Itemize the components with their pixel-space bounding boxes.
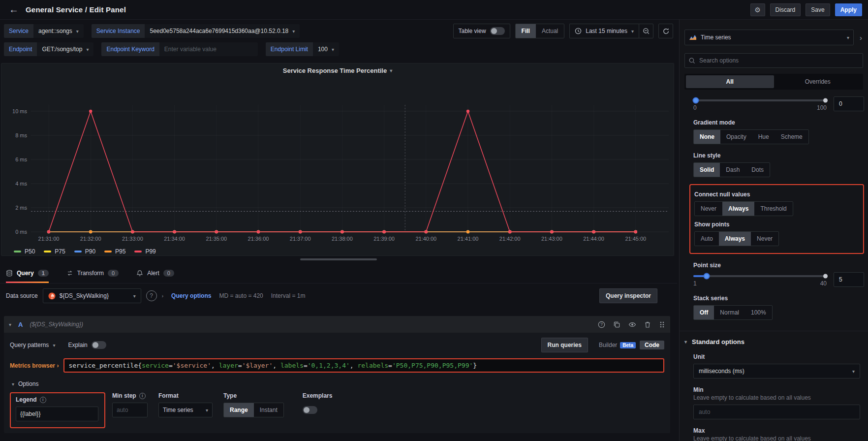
point-size-value[interactable]: 5 bbox=[834, 272, 864, 287]
transform-icon bbox=[66, 270, 73, 277]
show-points-never[interactable]: Never bbox=[751, 232, 778, 246]
expression-token: '0,1,2,3,4' bbox=[308, 362, 350, 369]
service-dropdown[interactable]: agent::songs▾ bbox=[33, 24, 84, 38]
promql-expression-input[interactable]: service_percentile{service='$service', l… bbox=[63, 358, 664, 373]
gradient-mode-opacity[interactable]: Opacity bbox=[720, 130, 752, 144]
line-style-solid[interactable]: Solid bbox=[694, 163, 720, 177]
builder-option[interactable]: Builder Beta bbox=[595, 342, 640, 348]
datasource-picker[interactable]: ${DS_SkyWalking} ▾ bbox=[43, 288, 141, 303]
gradient-mode-label: Gradient mode bbox=[693, 119, 864, 126]
code-option[interactable]: Code bbox=[640, 341, 664, 349]
fill-actual-actual[interactable]: Actual bbox=[536, 24, 564, 38]
chevron-down-icon: ▾ bbox=[684, 339, 687, 345]
query-row-a-body: Query patterns▾ Explain Run queries Buil… bbox=[4, 333, 670, 433]
svg-text:21:35:00: 21:35:00 bbox=[206, 236, 227, 242]
legend-input[interactable] bbox=[16, 407, 98, 421]
endpoint-keyword-input[interactable] bbox=[159, 42, 258, 56]
search-options-input[interactable]: Search options bbox=[684, 53, 863, 68]
run-queries-button[interactable]: Run queries bbox=[541, 338, 588, 352]
visualization-picker[interactable]: Time series ▾ bbox=[684, 30, 854, 45]
svg-text:21:36:00: 21:36:00 bbox=[248, 236, 269, 242]
connect-null-always[interactable]: Always bbox=[722, 202, 754, 216]
panel-settings-button[interactable]: ⚙ bbox=[750, 3, 765, 16]
line-style-dash[interactable]: Dash bbox=[720, 163, 745, 177]
timeseries-chart[interactable]: 0 ms2 ms4 ms6 ms8 ms10 ms21:31:0021:32:0… bbox=[1, 77, 675, 245]
legend-label: P99 bbox=[145, 248, 155, 255]
gradient-mode-none[interactable]: None bbox=[694, 130, 720, 144]
back-arrow-icon[interactable]: ← bbox=[9, 4, 19, 15]
point-size-slider[interactable]: 140 bbox=[693, 272, 827, 287]
legend-label: P50 bbox=[25, 248, 35, 255]
line-style-group: SolidDashDots bbox=[693, 162, 770, 177]
trash-icon[interactable] bbox=[644, 321, 651, 328]
line-style-dots[interactable]: Dots bbox=[745, 163, 770, 177]
min-step-input[interactable] bbox=[112, 403, 148, 417]
legend-item-p95[interactable]: P95 bbox=[104, 248, 125, 255]
endpoint-limit-dropdown[interactable]: 100▾ bbox=[313, 42, 339, 56]
duplicate-icon[interactable] bbox=[613, 321, 620, 328]
show-points-auto[interactable]: Auto bbox=[695, 232, 719, 246]
discard-button[interactable]: Discard bbox=[770, 3, 801, 16]
query-type-instant[interactable]: Instant bbox=[254, 403, 283, 417]
exemplars-toggle[interactable] bbox=[303, 406, 317, 414]
stack-series-off[interactable]: Off bbox=[694, 306, 714, 319]
panel-resize-handle[interactable] bbox=[300, 258, 377, 260]
apply-button[interactable]: Apply bbox=[835, 3, 862, 16]
stack-series-normal[interactable]: Normal bbox=[714, 306, 745, 319]
options-section-toggle[interactable]: ▾ Options bbox=[12, 380, 664, 387]
query-type-range[interactable]: Range bbox=[224, 403, 254, 417]
tab-transform[interactable]: Transform 0 bbox=[66, 263, 119, 283]
tab-overrides[interactable]: Overrides bbox=[774, 75, 862, 88]
gradient-mode-hue[interactable]: Hue bbox=[752, 130, 775, 144]
help-icon[interactable]: ? bbox=[598, 321, 605, 328]
legend-item-p50[interactable]: P50 bbox=[14, 248, 35, 255]
metrics-browser-link[interactable]: Metrics browser › bbox=[10, 362, 59, 369]
expression-token: = bbox=[304, 362, 308, 369]
legend-item-p99[interactable]: P99 bbox=[134, 248, 155, 255]
beta-badge: Beta bbox=[620, 342, 636, 348]
slider-handle[interactable] bbox=[704, 273, 710, 280]
show-points-always[interactable]: Always bbox=[719, 232, 751, 246]
query-inspector-button[interactable]: Query inspector bbox=[599, 288, 657, 303]
table-view-toggle[interactable] bbox=[490, 27, 505, 35]
collapse-chevron-icon[interactable]: ▾ bbox=[9, 322, 11, 327]
main-edit-area: Service agent::songs▾ Service Instance 5… bbox=[0, 20, 677, 441]
slider-handle[interactable] bbox=[693, 97, 699, 104]
min-input[interactable] bbox=[693, 405, 860, 419]
drag-handle-icon[interactable] bbox=[659, 321, 665, 328]
gradient-mode-group: NoneOpacityHueScheme bbox=[693, 129, 809, 144]
unit-select[interactable]: milliseconds (ms)▾ bbox=[693, 364, 860, 378]
format-select[interactable]: Time series▾ bbox=[158, 403, 213, 417]
legend-highlight-box: Legendi bbox=[10, 392, 105, 428]
standard-options-section-toggle[interactable]: ▾ Standard options bbox=[680, 331, 868, 346]
gradient-mode-scheme[interactable]: Scheme bbox=[775, 130, 808, 144]
tab-all[interactable]: All bbox=[686, 75, 774, 88]
chevron-right-icon[interactable]: › bbox=[162, 293, 163, 299]
datasource-help-icon[interactable]: ? bbox=[146, 290, 157, 301]
query-row-a-header[interactable]: ▾ A (${DS_SkyWalking}) ? bbox=[4, 316, 670, 333]
connect-null-never[interactable]: Never bbox=[695, 202, 722, 216]
service-instance-dropdown[interactable]: 5eed0e5758a244aca6e7699415d360aa@10.52.0… bbox=[145, 24, 300, 38]
legend-item-p75[interactable]: P75 bbox=[44, 248, 65, 255]
endpoint-dropdown[interactable]: GET:/songs/top▾ bbox=[37, 42, 93, 56]
save-button[interactable]: Save bbox=[806, 3, 830, 16]
stack-series-100-[interactable]: 100% bbox=[745, 306, 772, 319]
time-range-picker[interactable]: Last 15 minutes▾ bbox=[569, 24, 639, 38]
service-instance-label: Service Instance bbox=[92, 24, 145, 38]
legend-item-p90[interactable]: P90 bbox=[74, 248, 95, 255]
query-patterns-button[interactable]: Query patterns▾ bbox=[10, 342, 55, 348]
fill-opacity-value[interactable]: 0 bbox=[834, 96, 864, 111]
refresh-button[interactable] bbox=[658, 24, 673, 38]
fill-actual-fill[interactable]: Fill bbox=[516, 24, 536, 38]
panel-title[interactable]: Service Response Time Percentile▾ bbox=[1, 63, 674, 77]
connect-null-threshold[interactable]: Threshold bbox=[754, 202, 792, 216]
eye-icon[interactable] bbox=[628, 321, 636, 328]
svg-text:21:45:00: 21:45:00 bbox=[625, 236, 646, 242]
fill-opacity-slider[interactable]: 0100 bbox=[693, 96, 827, 111]
explain-toggle[interactable] bbox=[92, 341, 106, 349]
tab-query[interactable]: Query 1 bbox=[6, 263, 49, 283]
zoom-out-button[interactable] bbox=[639, 24, 653, 38]
tab-alert[interactable]: Alert 0 bbox=[136, 263, 174, 283]
collapse-pane-icon[interactable]: › bbox=[858, 33, 864, 42]
query-options-link[interactable]: Query options bbox=[171, 292, 211, 299]
